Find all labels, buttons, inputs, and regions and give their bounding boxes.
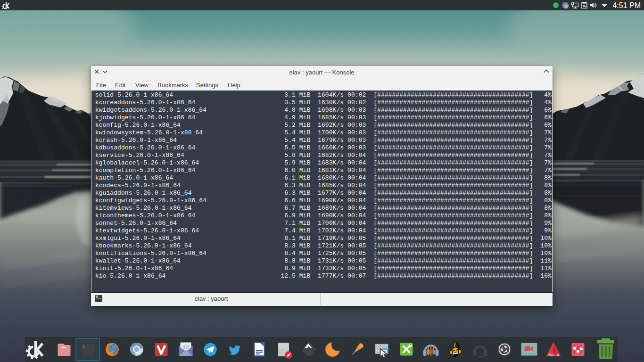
svg-text:$_: $_ (83, 346, 86, 348)
svg-text:@: @ (182, 343, 189, 351)
svg-text:38: 38 (564, 5, 568, 8)
